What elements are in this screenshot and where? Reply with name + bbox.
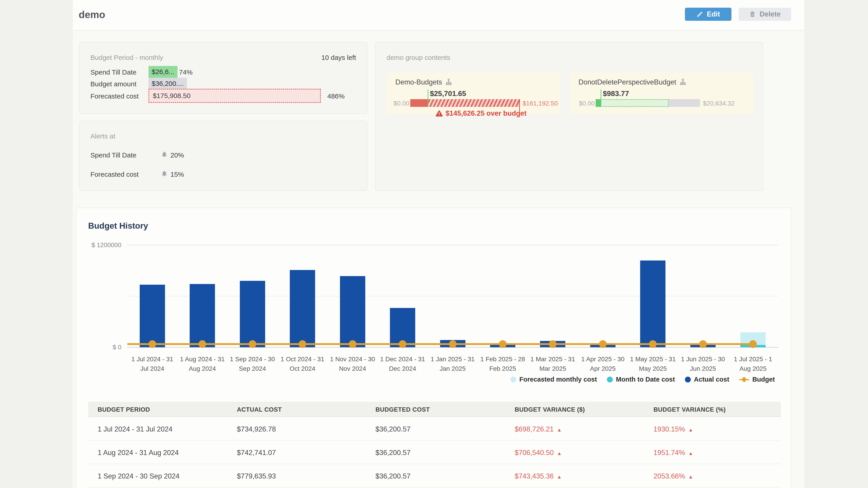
days-left: 10 days left (321, 54, 356, 61)
bell-icon (161, 151, 168, 158)
bar-min-label: $0.00 (579, 100, 595, 107)
cell-budgeted: $36,200.57 (375, 472, 410, 480)
over-budget-alert: $145,626.25 over budget (436, 109, 526, 118)
group-contents-card: demo group contents Demo-Budgets $25,701… (375, 42, 763, 191)
chart-legend: Forecasted monthly costMonth to Date cos… (510, 376, 775, 383)
x-axis-tick-label: 1 May 2025 - 31 May 2025 (628, 355, 678, 373)
table-row: 1 Aug 2024 - 31 Aug 2024$742,741.07$36,2… (88, 441, 781, 464)
variance-up-triangle-icon: ▲ (557, 427, 562, 433)
budget-progress-bar-over (410, 99, 520, 107)
hierarchy-icon (445, 78, 452, 86)
x-axis-tick-label: 1 Mar 2025 - 31 Mar 2025 (528, 355, 578, 373)
x-axis-tick-label: 1 Oct 2024 - 31 Oct 2024 (278, 355, 327, 373)
x-axis-tick-label: 1 Jan 2025 - 31 Jan 2025 (428, 355, 477, 373)
budget-legend-marker-icon (739, 377, 749, 383)
bell-icon (161, 170, 168, 177)
cell-variance_pct: 1951.74%▲ (653, 449, 693, 457)
budget-tile-name: Demo-Budgets (395, 78, 452, 86)
page-title: demo (79, 9, 105, 20)
spend-till-date-label: Spend Till Date (90, 68, 136, 76)
x-axis-tick-label: 1 Apr 2025 - 30 Apr 2025 (578, 355, 628, 373)
alerts-card: Alerts at Spend Till Date 20% Forecasted… (79, 121, 367, 191)
x-axis-tick-label: 1 Jul 2025 - 1 Aug 2025 (728, 355, 778, 373)
spend-portion (410, 99, 428, 107)
actual-cost-bar (240, 281, 265, 347)
over-budget-text: $145,626.25 over budget (445, 109, 526, 118)
variance-up-triangle-icon: ▲ (557, 474, 562, 480)
alert-spend-value: 20% (170, 151, 184, 159)
forecasted-monthly-cost-legend-dot-icon (510, 377, 516, 383)
budget-history-table: BUDGET PERIODACTUAL COSTBUDGETED COSTBUD… (88, 402, 781, 488)
cell-budgeted: $36,200.57 (375, 425, 410, 433)
budget-marker (449, 340, 457, 348)
bar-max-label: $20,634.32 (703, 100, 735, 107)
budget-amount-label: Budget amount (90, 80, 136, 88)
column-header: BUDGET PERIOD (98, 406, 150, 413)
cell-variance_pct: 1930.15%▲ (653, 425, 693, 433)
legend-item-budget: Budget (739, 376, 775, 383)
cell-variance_usd: $706,540.50▲ (515, 449, 562, 457)
variance-up-triangle-icon: ▲ (688, 474, 693, 480)
cell-variance_usd: $698,726.21▲ (515, 425, 562, 433)
delete-button-label: Delete (760, 10, 780, 18)
variance-up-triangle-icon: ▲ (557, 451, 562, 456)
budget-tile-donotdelete[interactable]: DonotDeletePerspectiveBudget $983.77 $0.… (570, 72, 753, 114)
legend-label: Actual cost (694, 376, 729, 383)
budget-marker (349, 340, 356, 348)
bar-max-label: $161,192.50 (523, 100, 558, 107)
forecasted-cost-label: Forecasted cost (90, 92, 138, 100)
edit-button-label: Edit (707, 10, 720, 18)
page-header: demo Edit Delete (73, 0, 804, 31)
table-row: 1 Jul 2024 - 31 Jul 2024$734,926.78$36,2… (88, 417, 781, 441)
column-header: BUDGET VARIANCE (%) (653, 406, 726, 413)
legend-item-forecasted-monthly-cost: Forecasted monthly cost (510, 376, 597, 383)
actual-cost-bar (340, 276, 365, 347)
alert-forecast-value: 15% (170, 170, 184, 178)
gridline-middle (127, 296, 778, 296)
group-contents-title: demo group contents (386, 54, 450, 61)
actual-cost-legend-dot-icon (685, 377, 691, 383)
cell-period: 1 Jul 2024 - 31 Jul 2024 (98, 425, 173, 433)
month-to-date-cost-legend-dot-icon (607, 377, 613, 383)
budget-history-card: Budget History $ 1200000 $ 0 1 Jul 2024 … (76, 207, 791, 488)
variance-up-triangle-icon: ▲ (688, 451, 693, 456)
cell-variance_usd: $743,435.36▲ (515, 472, 562, 480)
spend-marker-line (428, 90, 428, 107)
x-axis-tick-label: 1 Aug 2024 - 31 Aug 2024 (178, 355, 227, 373)
forecasted-cost-bar: $175,908.50 (149, 89, 321, 103)
legend-label: Forecasted monthly cost (520, 376, 597, 383)
budget-current-value: $983.77 (603, 90, 629, 98)
gridline-top (127, 245, 778, 246)
alert-spend-label: Spend Till Date (90, 151, 136, 159)
y-axis-label-bottom: $ 0 (83, 344, 121, 351)
edit-button[interactable]: Edit (685, 8, 732, 21)
x-axis-tick-label: 1 Nov 2024 - 30 Nov 2024 (328, 355, 377, 373)
actual-cost-bar (290, 270, 315, 347)
alerts-card-title: Alerts at (90, 132, 115, 140)
legend-item-actual-cost: Actual cost (685, 376, 729, 383)
delete-button[interactable]: Delete (739, 8, 791, 21)
legend-label: Budget (752, 376, 775, 383)
actual-cost-bar (140, 285, 165, 347)
pencil-icon (696, 11, 703, 18)
hierarchy-icon (680, 78, 686, 86)
x-axis-tick-label: 1 Dec 2024 - 31 Dec 2024 (378, 355, 428, 373)
budget-name-text: DonotDeletePerspectiveBudget (579, 78, 676, 86)
budget-marker (599, 340, 607, 348)
actual-cost-bar (190, 284, 215, 347)
budget-amount-chip: $36,200.... (149, 78, 187, 90)
budget-period-card: Budget Period - monthly 10 days left Spe… (79, 42, 367, 114)
spend-portion (596, 99, 600, 107)
spend-till-date-chip: $26,6... (149, 66, 178, 78)
page-content: demo Edit Delete Budget Period - monthly… (73, 0, 804, 488)
x-axis-tick-label: 1 Sep 2024 - 30 Sep 2024 (228, 355, 277, 373)
budget-progress-bar-under (596, 99, 700, 107)
budget-tile-demo-budgets[interactable]: Demo-Budgets $25,701.65 $0.00 $161,192.5… (387, 72, 561, 114)
budget-tile-name: DonotDeletePerspectiveBudget (579, 78, 686, 86)
variance-up-triangle-icon: ▲ (688, 427, 693, 433)
alert-forecast-label: Forecasted cost (90, 170, 138, 178)
warning-triangle-icon (436, 110, 443, 117)
budget-marker (149, 340, 156, 348)
table-row: 1 Sep 2024 - 30 Sep 2024$779,635.93$36,2… (88, 464, 781, 488)
budget-line (127, 343, 753, 345)
